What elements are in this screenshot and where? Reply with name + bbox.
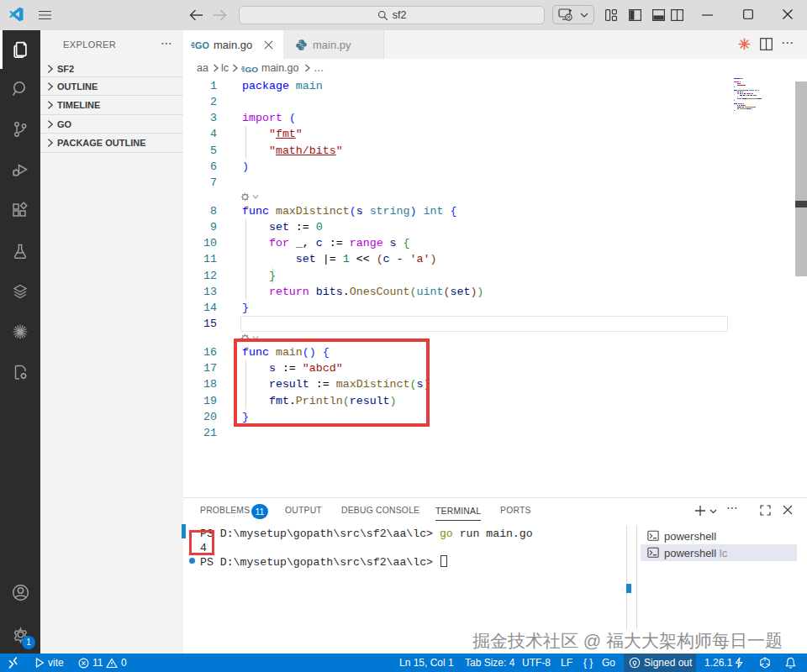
svg-text:GO: GO	[245, 65, 258, 74]
svg-text:GO: GO	[195, 39, 209, 50]
